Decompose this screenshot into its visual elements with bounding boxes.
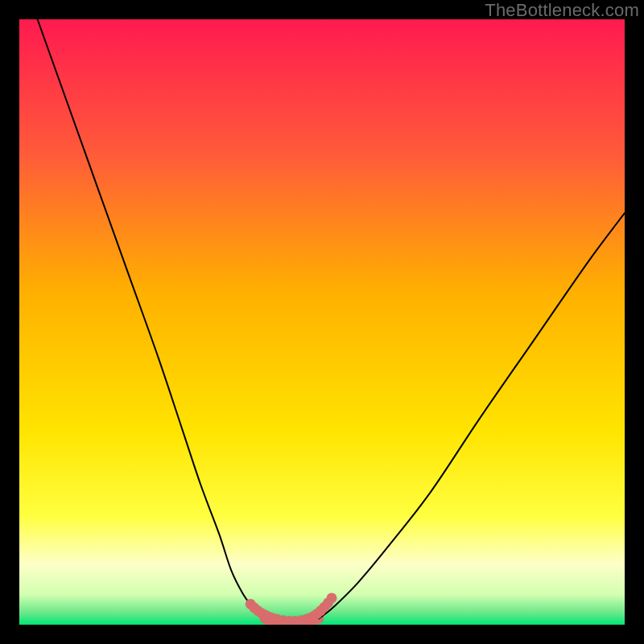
chart-svg: [19, 19, 625, 625]
frame: TheBottleneck.com: [0, 0, 644, 644]
right-curve: [319, 213, 625, 619]
left-curve: [38, 19, 265, 618]
plot-area: [19, 19, 625, 625]
basin-marker: [327, 592, 337, 603]
curve-lines: [38, 19, 625, 623]
watermark-label: TheBottleneck.com: [485, 0, 639, 21]
